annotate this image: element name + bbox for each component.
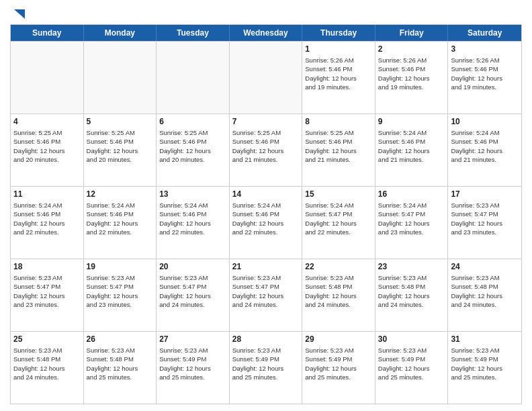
day-info: Sunrise: 5:23 AM Sunset: 5:49 PM Dayligh…: [451, 346, 519, 381]
day-cell-6: 6Sunrise: 5:25 AM Sunset: 5:46 PM Daylig…: [157, 114, 230, 186]
header: [10, 7, 522, 20]
day-number: 20: [159, 261, 226, 272]
calendar-row-1: 1Sunrise: 5:26 AM Sunset: 5:46 PM Daylig…: [11, 41, 521, 113]
calendar-row-5: 25Sunrise: 5:23 AM Sunset: 5:48 PM Dayli…: [11, 331, 521, 404]
day-number: 8: [305, 116, 372, 127]
day-cell-28: 28Sunrise: 5:23 AM Sunset: 5:49 PM Dayli…: [230, 332, 303, 404]
day-number: 18: [13, 261, 81, 272]
day-info: Sunrise: 5:23 AM Sunset: 5:49 PM Dayligh…: [378, 346, 445, 381]
day-info: Sunrise: 5:23 AM Sunset: 5:48 PM Dayligh…: [13, 346, 81, 381]
day-cell-17: 17Sunrise: 5:23 AM Sunset: 5:47 PM Dayli…: [448, 187, 521, 259]
day-number: 5: [87, 116, 154, 127]
day-info: Sunrise: 5:23 AM Sunset: 5:47 PM Dayligh…: [87, 273, 154, 309]
weekday-header-tuesday: Tuesday: [157, 25, 230, 41]
day-number: 7: [232, 116, 300, 127]
day-cell-20: 20Sunrise: 5:23 AM Sunset: 5:47 PM Dayli…: [157, 259, 230, 331]
day-number: 19: [87, 261, 154, 272]
day-info: Sunrise: 5:24 AM Sunset: 5:46 PM Dayligh…: [13, 201, 81, 236]
day-cell-18: 18Sunrise: 5:23 AM Sunset: 5:47 PM Dayli…: [11, 259, 84, 331]
day-cell-19: 19Sunrise: 5:23 AM Sunset: 5:47 PM Dayli…: [84, 259, 157, 331]
day-number: 12: [87, 189, 154, 199]
day-info: Sunrise: 5:24 AM Sunset: 5:46 PM Dayligh…: [87, 201, 154, 236]
day-info: Sunrise: 5:24 AM Sunset: 5:46 PM Dayligh…: [451, 128, 519, 164]
logo-triangle-icon: [11, 7, 26, 21]
day-info: Sunrise: 5:23 AM Sunset: 5:49 PM Dayligh…: [159, 346, 226, 381]
day-number: 25: [13, 334, 81, 345]
day-info: Sunrise: 5:23 AM Sunset: 5:49 PM Dayligh…: [305, 346, 372, 381]
day-info: Sunrise: 5:26 AM Sunset: 5:46 PM Dayligh…: [451, 56, 519, 91]
calendar-row-3: 11Sunrise: 5:24 AM Sunset: 5:46 PM Dayli…: [11, 186, 521, 259]
day-cell-11: 11Sunrise: 5:24 AM Sunset: 5:46 PM Dayli…: [11, 187, 84, 259]
day-info: Sunrise: 5:23 AM Sunset: 5:47 PM Dayligh…: [451, 201, 519, 236]
day-info: Sunrise: 5:25 AM Sunset: 5:46 PM Dayligh…: [305, 128, 372, 164]
day-number: 10: [451, 116, 519, 127]
day-cell-10: 10Sunrise: 5:24 AM Sunset: 5:46 PM Dayli…: [448, 114, 521, 186]
day-cell-9: 9Sunrise: 5:24 AM Sunset: 5:46 PM Daylig…: [375, 114, 449, 186]
day-number: 30: [378, 334, 445, 345]
day-number: 2: [378, 44, 445, 54]
day-number: 29: [305, 334, 372, 345]
calendar-row-2: 4Sunrise: 5:25 AM Sunset: 5:46 PM Daylig…: [11, 113, 521, 186]
day-number: 15: [305, 189, 372, 199]
day-info: Sunrise: 5:24 AM Sunset: 5:47 PM Dayligh…: [378, 201, 445, 236]
day-number: 13: [159, 189, 226, 199]
day-number: 16: [378, 189, 445, 199]
day-info: Sunrise: 5:24 AM Sunset: 5:46 PM Dayligh…: [232, 201, 300, 236]
day-cell-1: 1Sunrise: 5:26 AM Sunset: 5:46 PM Daylig…: [302, 42, 375, 113]
day-info: Sunrise: 5:25 AM Sunset: 5:46 PM Dayligh…: [159, 128, 226, 164]
day-info: Sunrise: 5:25 AM Sunset: 5:46 PM Dayligh…: [13, 128, 81, 164]
day-info: Sunrise: 5:26 AM Sunset: 5:46 PM Dayligh…: [378, 56, 445, 91]
day-number: 4: [13, 116, 81, 127]
day-cell-25: 25Sunrise: 5:23 AM Sunset: 5:48 PM Dayli…: [11, 332, 84, 404]
day-number: 27: [159, 334, 226, 345]
day-info: Sunrise: 5:25 AM Sunset: 5:46 PM Dayligh…: [87, 128, 154, 164]
calendar-header: SundayMondayTuesdayWednesdayThursdayFrid…: [11, 25, 521, 41]
svg-marker-0: [14, 9, 25, 19]
day-number: 9: [378, 116, 445, 127]
day-cell-13: 13Sunrise: 5:24 AM Sunset: 5:46 PM Dayli…: [157, 187, 230, 259]
day-info: Sunrise: 5:23 AM Sunset: 5:48 PM Dayligh…: [305, 273, 372, 309]
day-cell-8: 8Sunrise: 5:25 AM Sunset: 5:46 PM Daylig…: [302, 114, 375, 186]
day-number: 14: [232, 189, 300, 199]
day-number: 1: [305, 44, 372, 54]
day-info: Sunrise: 5:25 AM Sunset: 5:46 PM Dayligh…: [232, 128, 300, 164]
day-number: 24: [451, 261, 519, 272]
day-cell-14: 14Sunrise: 5:24 AM Sunset: 5:46 PM Dayli…: [230, 187, 303, 259]
weekday-header-saturday: Saturday: [448, 25, 521, 41]
weekday-header-friday: Friday: [375, 25, 449, 41]
day-info: Sunrise: 5:26 AM Sunset: 5:46 PM Dayligh…: [305, 56, 372, 91]
day-cell-21: 21Sunrise: 5:23 AM Sunset: 5:47 PM Dayli…: [230, 259, 303, 331]
day-number: 11: [13, 189, 81, 199]
day-cell-22: 22Sunrise: 5:23 AM Sunset: 5:48 PM Dayli…: [302, 259, 375, 331]
day-number: 6: [159, 116, 226, 127]
day-number: 22: [305, 261, 372, 272]
day-info: Sunrise: 5:23 AM Sunset: 5:48 PM Dayligh…: [87, 346, 154, 381]
day-cell-27: 27Sunrise: 5:23 AM Sunset: 5:49 PM Dayli…: [157, 332, 230, 404]
weekday-header-wednesday: Wednesday: [230, 25, 303, 41]
empty-cell: [11, 42, 84, 113]
day-cell-2: 2Sunrise: 5:26 AM Sunset: 5:46 PM Daylig…: [375, 42, 449, 113]
day-info: Sunrise: 5:23 AM Sunset: 5:49 PM Dayligh…: [232, 346, 300, 381]
day-cell-29: 29Sunrise: 5:23 AM Sunset: 5:49 PM Dayli…: [302, 332, 375, 404]
day-number: 26: [87, 334, 154, 345]
day-info: Sunrise: 5:23 AM Sunset: 5:47 PM Dayligh…: [159, 273, 226, 309]
day-cell-7: 7Sunrise: 5:25 AM Sunset: 5:46 PM Daylig…: [230, 114, 303, 186]
day-number: 23: [378, 261, 445, 272]
day-info: Sunrise: 5:23 AM Sunset: 5:47 PM Dayligh…: [232, 273, 300, 309]
calendar-body: 1Sunrise: 5:26 AM Sunset: 5:46 PM Daylig…: [11, 41, 521, 404]
day-number: 31: [451, 334, 519, 345]
page: SundayMondayTuesdayWednesdayThursdayFrid…: [0, 0, 532, 411]
weekday-header-sunday: Sunday: [11, 25, 84, 41]
day-info: Sunrise: 5:24 AM Sunset: 5:46 PM Dayligh…: [159, 201, 226, 236]
day-cell-4: 4Sunrise: 5:25 AM Sunset: 5:46 PM Daylig…: [11, 114, 84, 186]
day-cell-24: 24Sunrise: 5:23 AM Sunset: 5:48 PM Dayli…: [448, 259, 521, 331]
day-cell-3: 3Sunrise: 5:26 AM Sunset: 5:46 PM Daylig…: [448, 42, 521, 113]
day-number: 3: [451, 44, 519, 54]
day-info: Sunrise: 5:23 AM Sunset: 5:47 PM Dayligh…: [13, 273, 81, 309]
weekday-header-thursday: Thursday: [302, 25, 375, 41]
empty-cell: [230, 42, 303, 113]
weekday-header-monday: Monday: [84, 25, 157, 41]
day-cell-15: 15Sunrise: 5:24 AM Sunset: 5:47 PM Dayli…: [302, 187, 375, 259]
day-number: 28: [232, 334, 300, 345]
day-number: 21: [232, 261, 300, 272]
